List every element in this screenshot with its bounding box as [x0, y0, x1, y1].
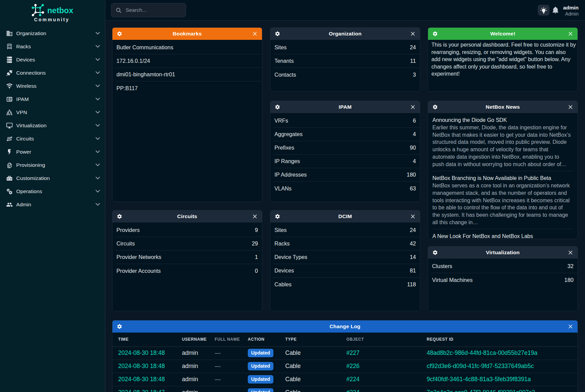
svg-text:netbox: netbox	[47, 6, 73, 15]
